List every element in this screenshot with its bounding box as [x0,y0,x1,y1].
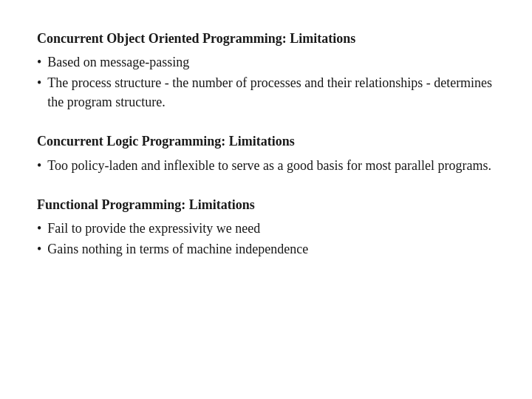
bullet-list: •Fail to provide the expressivity we nee… [37,219,495,259]
slide-content: Concurrent Object Oriented Programming: … [0,0,532,399]
bullet-list: •Too policy-laden and inflexible to serv… [37,156,495,175]
section-title: Functional Programming: Limitations [37,196,495,214]
bullet-symbol: • [37,52,41,72]
list-item: •Too policy-laden and inflexible to serv… [37,156,495,175]
list-item: •Fail to provide the expressivity we nee… [37,219,495,238]
bullet-symbol: • [37,239,41,259]
bullet-list: •Based on message-passing•The process st… [37,52,495,112]
section-concurrent-oop: Concurrent Object Oriented Programming: … [37,30,495,112]
bullet-symbol: • [37,156,41,175]
list-item: •Based on message-passing [37,52,495,72]
bullet-symbol: • [37,219,41,238]
bullet-text: Gains nothing in terms of machine indepe… [47,239,495,259]
bullet-text: Too policy-laden and inflexible to serve… [47,156,495,175]
list-item: •Gains nothing in terms of machine indep… [37,239,495,259]
bullet-text: Based on message-passing [47,52,495,72]
section-functional: Functional Programming: Limitations•Fail… [37,196,495,259]
bullet-text: Fail to provide the expressivity we need [47,219,495,238]
list-item: •The process structure - the number of p… [37,73,495,112]
section-concurrent-logic: Concurrent Logic Programming: Limitation… [37,132,495,174]
bullet-text: The process structure - the number of pr… [47,73,495,112]
section-title: Concurrent Object Oriented Programming: … [37,30,495,48]
section-title: Concurrent Logic Programming: Limitation… [37,132,495,151]
bullet-symbol: • [37,73,41,92]
